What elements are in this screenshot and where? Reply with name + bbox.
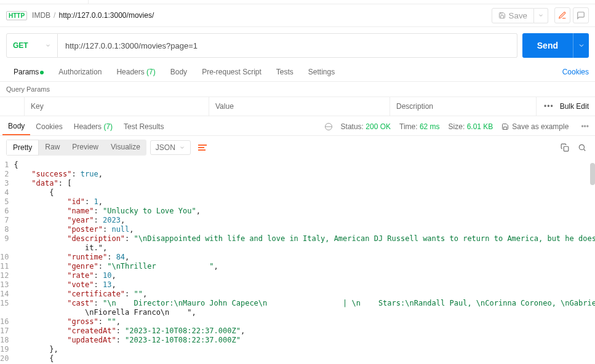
cookies-link[interactable]: Cookies — [562, 63, 589, 81]
pencil-icon — [558, 11, 567, 20]
resp-tab-cookies[interactable]: Cookies — [30, 119, 68, 135]
comment-icon — [577, 11, 585, 20]
view-row: Pretty Raw Preview Visualize JSON — [0, 136, 595, 159]
save-dropdown[interactable] — [534, 8, 548, 23]
comment-button[interactable] — [573, 7, 589, 23]
http-badge-icon: HTTP — [6, 11, 27, 20]
time-value: 62 ms — [420, 122, 440, 131]
view-raw[interactable]: Raw — [39, 140, 66, 156]
breadcrumb-separator: / — [54, 11, 55, 20]
save-button[interactable]: Save — [492, 8, 534, 23]
resp-tab-body[interactable]: Body — [2, 118, 30, 135]
query-params-title: Query Params — [0, 82, 595, 97]
response-meta: Status: 200 OK Time: 62 ms Size: 6.01 KB… — [325, 122, 589, 131]
response-body[interactable]: 1234567891011121314151617181920212223 { … — [0, 159, 595, 364]
view-visualize[interactable]: Visualize — [105, 140, 146, 156]
view-preview[interactable]: Preview — [66, 140, 105, 156]
tab-count: (7) — [146, 68, 156, 76]
svg-rect-0 — [564, 146, 569, 151]
dot-icon — [40, 71, 44, 74]
more-icon[interactable]: ••• — [544, 102, 554, 111]
col-description: Description — [390, 97, 537, 116]
tab-label: Params — [14, 68, 39, 76]
tab-params[interactable]: Params — [6, 63, 51, 81]
breadcrumb-collection[interactable]: IMDB — [32, 11, 50, 20]
time-label: Time: — [399, 122, 418, 131]
tab-settings[interactable]: Settings — [301, 63, 342, 81]
method-select[interactable]: GET — [6, 33, 58, 58]
tab-count: (7) — [103, 122, 113, 131]
resp-tab-test-results[interactable]: Test Results — [118, 119, 169, 135]
search-icon — [578, 143, 586, 152]
scrollbar[interactable] — [590, 163, 595, 185]
network-icon[interactable] — [325, 123, 332, 130]
svg-point-1 — [579, 144, 584, 149]
status-label: Status: — [341, 122, 364, 131]
response-tabs: Body Cookies Headers (7) Test Results St… — [0, 116, 595, 136]
tab-label: Headers — [74, 122, 102, 131]
svg-line-2 — [584, 149, 586, 151]
request-row: GET Send — [0, 27, 595, 63]
language-value: JSON — [156, 143, 175, 152]
floppy-icon — [498, 12, 506, 19]
wrap-lines-button[interactable] — [194, 140, 210, 156]
col-value: Value — [209, 97, 390, 116]
tab-headers[interactable]: Headers (7) — [109, 63, 162, 81]
tab-authorization[interactable]: Authorization — [51, 63, 109, 81]
more-icon[interactable]: ••• — [581, 122, 589, 131]
bulk-edit-link[interactable]: Bulk Edit — [560, 102, 589, 111]
language-select[interactable]: JSON — [150, 140, 191, 155]
size-value: 6.01 KB — [467, 122, 493, 131]
size-label: Size: — [449, 122, 465, 131]
breadcrumb: HTTP IMDB / http://127.0.0.1:3000/movies… — [0, 4, 595, 27]
code-content[interactable]: { "success": true, "data": [ { "id": 1, … — [14, 159, 595, 364]
resp-tab-headers[interactable]: Headers (7) — [68, 119, 118, 135]
chevron-down-icon — [578, 42, 585, 49]
floppy-icon — [501, 123, 509, 130]
chevron-down-icon — [538, 12, 544, 18]
search-button[interactable] — [575, 141, 589, 154]
chevron-down-icon — [45, 42, 51, 49]
save-example-label: Save as example — [512, 122, 569, 131]
chevron-down-icon — [179, 144, 185, 151]
query-params-header: Key Value Description ••• Bulk Edit — [0, 97, 595, 116]
col-key: Key — [25, 97, 209, 116]
line-gutter: 1234567891011121314151617181920212223 — [0, 159, 14, 364]
copy-icon — [561, 143, 569, 152]
url-input[interactable] — [58, 33, 517, 58]
tab-body[interactable]: Body — [163, 63, 194, 81]
tab-label: Headers — [116, 68, 144, 76]
breadcrumb-path[interactable]: http://127.0.0.1:3000/movies/ — [58, 11, 154, 20]
tab-prerequest[interactable]: Pre-request Script — [194, 63, 269, 81]
save-label: Save — [509, 11, 527, 20]
wrap-lines-icon — [198, 143, 207, 152]
copy-button[interactable] — [558, 141, 572, 154]
send-button[interactable]: Send — [522, 33, 573, 58]
status-value: 200 OK — [365, 122, 391, 131]
view-pretty[interactable]: Pretty — [6, 140, 39, 156]
save-as-example-button[interactable]: Save as example — [501, 122, 569, 131]
method-value: GET — [13, 41, 28, 50]
tab-strip — [0, 0, 595, 4]
tab-tests[interactable]: Tests — [269, 63, 301, 81]
edit-button[interactable] — [554, 7, 570, 23]
send-dropdown[interactable] — [573, 33, 589, 58]
request-tabs: Params Authorization Headers (7) Body Pr… — [0, 63, 595, 82]
view-toggle: Pretty Raw Preview Visualize — [6, 140, 146, 156]
